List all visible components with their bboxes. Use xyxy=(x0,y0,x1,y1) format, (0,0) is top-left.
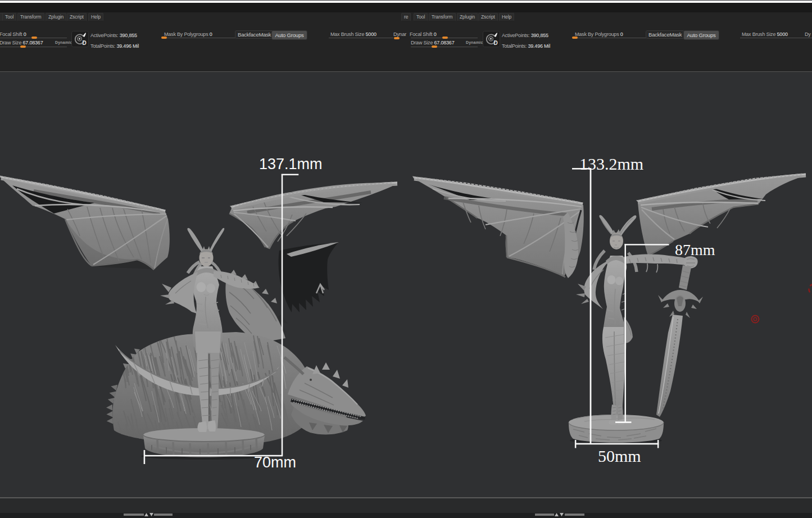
svg-text:D: D xyxy=(83,40,87,46)
svg-text:D: D xyxy=(494,40,498,46)
